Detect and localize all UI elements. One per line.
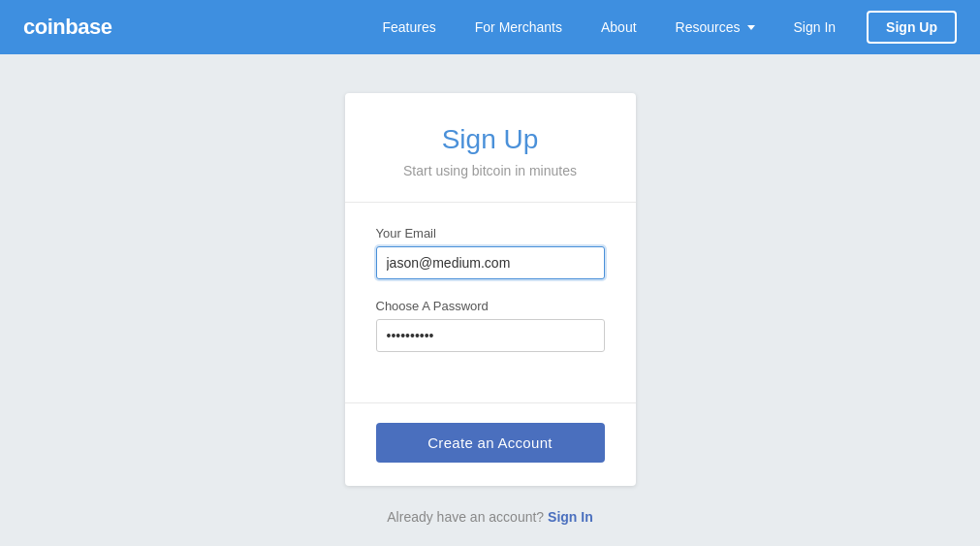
chevron-down-icon [747, 25, 755, 30]
card-header: Sign Up Start using bitcoin in minutes [345, 93, 636, 203]
nav-link-for-merchants[interactable]: For Merchants [459, 12, 578, 43]
email-input[interactable] [376, 246, 605, 279]
nav-links: Features For Merchants About Resources S… [367, 11, 958, 44]
password-label: Choose A Password [376, 299, 605, 313]
main-content: Sign Up Start using bitcoin in minutes Y… [0, 54, 980, 525]
nav-signin-button[interactable]: Sign In [778, 12, 852, 43]
create-account-button[interactable]: Create an Account [376, 423, 605, 463]
brand-logo: coinbase [23, 15, 111, 40]
navbar: coinbase Features For Merchants About Re… [0, 0, 980, 54]
nav-link-about[interactable]: About [585, 12, 652, 43]
email-form-group: Your Email [376, 226, 605, 279]
signin-prompt: Already have an account? Sign In [387, 509, 592, 525]
card-body: Your Email Choose A Password [345, 203, 636, 402]
signin-link[interactable]: Sign In [548, 509, 593, 525]
signup-card: Sign Up Start using bitcoin in minutes Y… [345, 93, 636, 486]
email-label: Your Email [376, 226, 605, 241]
password-input[interactable] [376, 319, 605, 352]
nav-signup-button[interactable]: Sign Up [867, 11, 957, 44]
nav-link-features[interactable]: Features [367, 12, 452, 43]
nav-link-resources[interactable]: Resources [660, 12, 771, 43]
password-form-group: Choose A Password [376, 299, 605, 352]
card-footer: Create an Account [345, 402, 636, 486]
card-title: Sign Up [376, 124, 605, 155]
card-subtitle: Start using bitcoin in minutes [376, 163, 605, 178]
